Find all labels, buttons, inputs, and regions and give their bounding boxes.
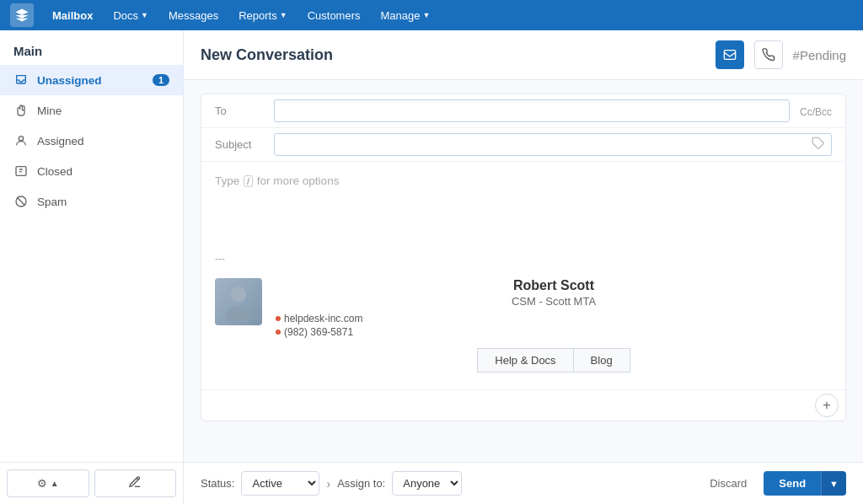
sidebar-nav: Unassigned 1 Mine Assigned <box>0 65 183 462</box>
compose-placeholder: Type / for more options <box>215 174 339 187</box>
nav-reports[interactable]: Reports ▼ <box>230 6 295 25</box>
footer-bar: Status: Active Pending Resolved › Assign… <box>184 462 863 504</box>
main-content: New Conversation #Pending To <box>184 30 863 504</box>
signature-block: Robert Scott CSM - Scott MTA helpdesk-in… <box>201 271 845 389</box>
signature-avatar <box>215 278 262 325</box>
chevron-up-icon: ▲ <box>51 479 59 488</box>
svg-rect-3 <box>724 51 735 60</box>
conversation-body: To Cc/Bcc Subject <box>184 80 863 462</box>
help-docs-button[interactable]: Help & Docs <box>477 348 572 373</box>
status-select[interactable]: Active Pending Resolved <box>241 471 319 496</box>
sidebar-item-spam[interactable]: Spam <box>0 186 183 217</box>
sidebar-item-assigned[interactable]: Assigned <box>0 126 183 156</box>
nav-docs[interactable]: Docs ▼ <box>105 6 157 25</box>
reports-chevron-icon: ▼ <box>280 11 287 19</box>
send-button[interactable]: Send <box>764 471 821 496</box>
person-icon <box>13 133 29 148</box>
nav-customers[interactable]: Customers <box>299 6 369 25</box>
unassigned-badge: 1 <box>153 74 169 86</box>
signature-separator: --- <box>201 246 845 271</box>
assign-select[interactable]: Anyone Me Team <box>392 471 462 496</box>
manage-chevron-icon: ▼ <box>423 11 431 19</box>
arrow-right-icon: › <box>326 477 330 491</box>
sidebar-footer: ⚙ ▲ <box>0 462 183 504</box>
subject-row: Subject <box>201 128 845 162</box>
sidebar: Main Unassigned 1 Mine <box>0 30 184 504</box>
to-input[interactable] <box>274 99 790 122</box>
add-button[interactable]: + <box>815 394 839 417</box>
new-conversation-shortcut-button[interactable] <box>94 469 177 497</box>
svg-point-0 <box>19 137 23 141</box>
tag-icon <box>812 137 825 153</box>
sidebar-item-mine[interactable]: Mine <box>0 95 183 126</box>
sig-buttons: Help & Docs Blog <box>276 348 832 373</box>
add-attachment-area: + <box>201 389 845 421</box>
spam-label: Spam <box>37 196 67 208</box>
email-dot-icon <box>276 316 281 321</box>
avatar-placeholder <box>215 278 262 325</box>
sidebar-item-closed[interactable]: Closed <box>0 156 183 186</box>
assigned-label: Assigned <box>37 135 84 147</box>
send-group: Send ▼ <box>764 471 846 496</box>
discard-button[interactable]: Discard <box>700 471 757 496</box>
sidebar-item-unassigned[interactable]: Unassigned 1 <box>0 65 183 95</box>
app-logo[interactable] <box>10 3 34 27</box>
send-dropdown-button[interactable]: ▼ <box>821 471 846 496</box>
settings-button[interactable]: ⚙ ▲ <box>7 469 89 497</box>
ban-icon <box>13 194 29 209</box>
page-title: New Conversation <box>201 46 705 64</box>
conversation-header: New Conversation #Pending <box>184 30 863 80</box>
subject-input[interactable] <box>274 133 832 156</box>
unassigned-label: Unassigned <box>37 74 102 87</box>
nav-mailbox[interactable]: Mailbox <box>44 6 101 25</box>
sig-name: Robert Scott <box>276 278 832 293</box>
svg-rect-7 <box>222 282 255 322</box>
signature-info: Robert Scott CSM - Scott MTA helpdesk-in… <box>276 278 832 373</box>
status-label: Status: <box>201 477 234 490</box>
nav-messages[interactable]: Messages <box>160 6 227 25</box>
to-label: To <box>215 105 274 117</box>
assign-label: Assign to: <box>337 477 385 490</box>
gear-icon: ⚙ <box>37 477 47 490</box>
compose-area[interactable]: Type / for more options <box>201 162 845 246</box>
to-row: To Cc/Bcc <box>201 94 845 128</box>
slash-hint: / <box>244 175 253 187</box>
compose-icon <box>128 475 142 491</box>
closed-label: Closed <box>37 165 72 178</box>
mine-label: Mine <box>37 105 62 117</box>
nav-manage[interactable]: Manage ▼ <box>373 6 439 25</box>
closed-icon <box>13 164 29 179</box>
blog-button[interactable]: Blog <box>573 348 630 373</box>
sig-email: helpdesk-inc.com <box>276 313 832 324</box>
pending-status: #Pending <box>793 48 846 62</box>
sig-role: CSM - Scott MTA <box>276 295 832 308</box>
top-navbar: Mailbox Docs ▼ Messages Reports ▼ Custom… <box>0 0 863 30</box>
inbox-icon <box>13 72 29 88</box>
subject-label: Subject <box>215 138 274 151</box>
sidebar-header: Main <box>0 30 183 65</box>
compose-form: To Cc/Bcc Subject <box>201 94 846 421</box>
docs-chevron-icon: ▼ <box>141 11 148 19</box>
phone-mode-button[interactable] <box>754 40 783 69</box>
email-mode-button[interactable] <box>716 40 744 69</box>
hand-icon <box>13 103 29 118</box>
cc-bcc-link[interactable]: Cc/Bcc <box>800 105 832 118</box>
sig-phone: (982) 369-5871 <box>276 326 832 338</box>
phone-dot-icon <box>276 330 281 335</box>
